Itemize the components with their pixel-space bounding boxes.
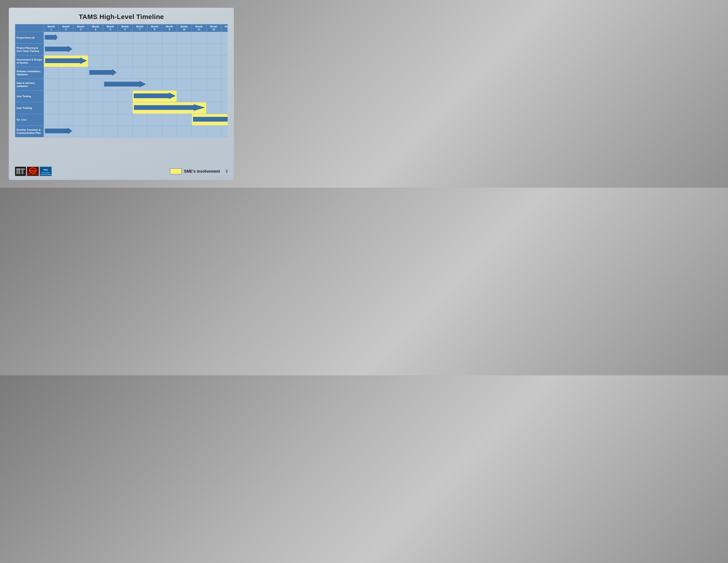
cell-develop-month-6: [118, 126, 133, 137]
header-row: Month1 Month2 Month3 Month4 Month5 Month…: [15, 24, 228, 32]
month-header-12: Month12: [206, 24, 221, 32]
cell-golive-month-3: [73, 114, 88, 126]
cell-data-month-12: [206, 79, 221, 90]
task-label-user-training: User Training: [15, 102, 44, 114]
cell-golive-month-4: [88, 114, 103, 126]
cell-user-testing-month-3: [73, 90, 88, 102]
slide: TAMS High-Level Timeline Month1 Month2 M…: [9, 8, 234, 180]
cell-data-month-11: [192, 79, 206, 90]
cell-assessment-month-5: [103, 55, 118, 67]
cell-software-month-10: [177, 67, 192, 79]
svg-text:DEQ: DEQ: [43, 169, 48, 171]
cell-user-testing-month-6: [118, 90, 133, 102]
cell-data-month-9: [162, 79, 177, 90]
cell-assessment-month-7: [133, 55, 147, 67]
row-kickoff: Project Kick-off: [15, 32, 228, 44]
cell-develop-month-13: [221, 126, 228, 137]
cell-planning-month-8: [147, 44, 162, 55]
cell-kickoff-month-12: [206, 32, 221, 44]
cell-data-month-8: [147, 79, 162, 90]
cell-software-month-8: [147, 67, 162, 79]
cell-user-training-month-3: [73, 102, 88, 114]
cell-data-month-4: [88, 79, 103, 90]
cell-data-month-3: [73, 79, 88, 90]
cell-planning-month-3: [73, 44, 88, 55]
cell-software-month-11: [192, 67, 206, 79]
cell-golive-month-10: [177, 114, 192, 126]
row-user-testing: User Testing: [15, 90, 228, 102]
month-header-11: Month11: [192, 24, 206, 32]
svg-rect-6: [21, 173, 25, 174]
cell-develop-month-1: [44, 126, 73, 137]
cell-user-testing-month-5: [103, 90, 118, 102]
svg-text:Dept of Agriculture: Dept of Agriculture: [28, 173, 38, 175]
cell-software-month-1: [44, 67, 59, 79]
task-label-assessment: Assessment & Design of System: [15, 55, 44, 67]
svg-text:Oregon: Oregon: [30, 170, 36, 172]
cell-assessment-month-6: [118, 55, 133, 67]
month-header-9: Month9: [162, 24, 177, 32]
cell-develop-month-5: [103, 126, 118, 137]
cell-assessment-month-10: [177, 55, 192, 67]
task-label-user-testing: User Testing: [15, 90, 44, 102]
cell-user-training-month-13: [221, 102, 228, 114]
logos: Oregon Dept of Agriculture DEQ State of …: [15, 167, 52, 176]
footer: Oregon Dept of Agriculture DEQ State of …: [15, 167, 228, 176]
cell-user-training-month-12: [206, 102, 221, 114]
row-data: Data & Interface validation: [15, 79, 228, 90]
cell-assessment-month-11: [192, 55, 206, 67]
cell-kickoff-month-5: [103, 32, 118, 44]
cell-kickoff-month-7: [133, 32, 147, 44]
cell-assessment-month-4: [88, 55, 103, 67]
cell-golive-month-2: [59, 114, 73, 126]
task-label-data: Data & Interface validation: [15, 79, 44, 90]
cell-kickoff-month-6: [118, 32, 133, 44]
cell-software-month-7: [133, 67, 147, 79]
month-header-7: Month7: [133, 24, 147, 32]
cell-user-training-month-1: [44, 102, 59, 114]
legend-sme-box: [170, 168, 182, 174]
cell-kickoff-month-10: [177, 32, 192, 44]
cell-assessment-month-13: [221, 55, 228, 67]
month-header-3: Month3: [73, 24, 88, 32]
month-header-13: Month13: [221, 24, 228, 32]
cell-user-testing-month-11: [192, 90, 206, 102]
cell-assessment-month-12: [206, 55, 221, 67]
cell-golive-month-8: [147, 114, 162, 126]
cell-planning-month-12: [206, 44, 221, 55]
row-assessment: Assessment & Design of System: [15, 55, 228, 67]
row-golive: Go -Live: [15, 114, 228, 126]
cell-user-training-month-5: [103, 102, 118, 114]
svg-text:Environmental Quality: Environmental Quality: [40, 174, 51, 175]
cell-planning-month-9: [162, 44, 177, 55]
cell-golive-month-9: [162, 114, 177, 126]
cell-software-month-12: [206, 67, 221, 79]
cell-data-month-5: [103, 79, 147, 90]
cell-user-training-month-7: [133, 102, 206, 114]
cell-kickoff-month-4: [88, 32, 103, 44]
cell-data-month-13: [221, 79, 228, 90]
cell-develop-month-3: [73, 126, 88, 137]
cell-develop-month-8: [147, 126, 162, 137]
month-header-5: Month5: [103, 24, 118, 32]
cell-kickoff-month-1: [44, 32, 59, 44]
cell-golive-month-7: [133, 114, 147, 126]
cell-user-testing-month-10: [177, 90, 192, 102]
page-title: TAMS High-Level Timeline: [15, 13, 228, 21]
month-header-8: Month8: [147, 24, 162, 32]
cell-develop-month-10: [177, 126, 192, 137]
legend: SME's involvement 2: [170, 168, 228, 174]
month-header-10: Month10: [177, 24, 192, 32]
svg-text:State of Oregon: State of Oregon: [41, 172, 50, 173]
task-header: [15, 24, 44, 32]
cell-user-testing-month-12: [206, 90, 221, 102]
cell-software-month-4: [88, 67, 118, 79]
logo-deq: DEQ State of Oregon Environmental Qualit…: [40, 167, 52, 176]
cell-golive-month-11: [192, 114, 228, 126]
cell-kickoff-month-13: [221, 32, 228, 44]
cell-planning-month-6: [118, 44, 133, 55]
cell-kickoff-month-8: [147, 32, 162, 44]
cell-planning-month-1: [44, 44, 73, 55]
row-planning: Project Planning & Core Team Training: [15, 44, 228, 55]
cell-software-month-3: [73, 67, 88, 79]
